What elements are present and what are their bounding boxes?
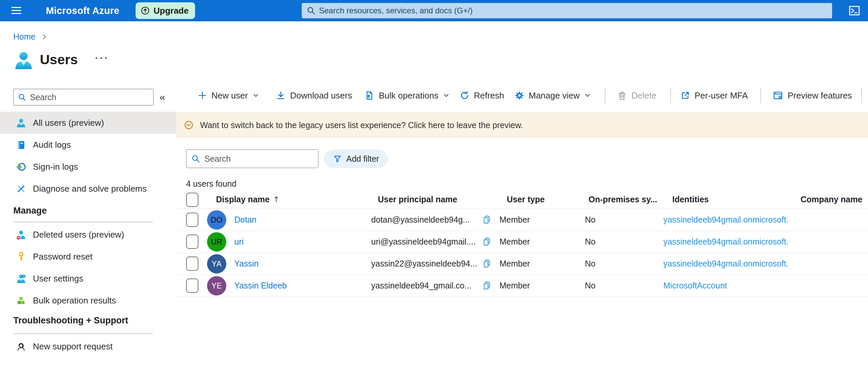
- sidebar-item-bulk-results[interactable]: Bulk operation results: [0, 289, 176, 311]
- hamburger-menu-icon[interactable]: [11, 7, 21, 14]
- preview-features-button[interactable]: Preview features: [773, 84, 852, 107]
- display-name-link[interactable]: Dotan: [234, 215, 256, 225]
- user-type-value: Member: [499, 237, 530, 247]
- bulk-operations-button[interactable]: Bulk operations: [364, 84, 448, 107]
- download-icon: [276, 90, 286, 101]
- display-name-link[interactable]: Yassin: [234, 259, 258, 269]
- row-checkbox[interactable]: [186, 256, 198, 271]
- sort-ascending-icon: ↑: [273, 195, 279, 204]
- toolbar-separator: [670, 88, 671, 103]
- identities-link[interactable]: MicrosoftAccount: [663, 281, 727, 290]
- avatar: YE: [207, 276, 226, 295]
- user-type-value: Member: [499, 215, 530, 225]
- trash-icon: [617, 90, 627, 101]
- table-row: YA Yassin yassin22@yassineldeeb94... Mem…: [176, 253, 868, 275]
- more-options-button[interactable]: ···: [95, 53, 109, 64]
- upgrade-label: Upgrade: [154, 6, 188, 16]
- divider: [13, 333, 153, 334]
- upgrade-arrow-icon: [140, 6, 150, 16]
- identities-link[interactable]: yassineldeeb94gmail.onmicrosoft.: [663, 259, 788, 269]
- global-search-bar: [302, 3, 832, 18]
- per-user-mfa-button[interactable]: Per-user MFA: [680, 84, 748, 107]
- deleted-user-icon: [16, 230, 26, 240]
- key-icon: [16, 252, 26, 262]
- sidebar-search-input[interactable]: [30, 89, 153, 105]
- column-header-display-name[interactable]: Display name↑: [216, 195, 279, 204]
- legacy-experience-banner[interactable]: Want to switch back to the legacy users …: [176, 112, 868, 138]
- on-premises-value: No: [585, 259, 595, 269]
- search-icon: [306, 6, 316, 15]
- refresh-button[interactable]: Refresh: [460, 84, 504, 107]
- sidebar-item-password-reset[interactable]: Password reset: [0, 246, 176, 268]
- copy-icon[interactable]: [482, 281, 492, 290]
- user-gear-icon: [16, 274, 26, 284]
- sidebar-item-audit-logs[interactable]: Audit logs: [0, 134, 176, 156]
- row-checkbox[interactable]: [186, 213, 198, 227]
- gear-icon: [515, 90, 524, 101]
- row-checkbox[interactable]: [186, 279, 198, 293]
- upn-value: uri@yassineldeeb94gmail....: [371, 237, 475, 247]
- column-header-on-premises[interactable]: On-premises sy...: [589, 195, 657, 204]
- avatar: UR: [207, 232, 226, 252]
- preview-features-icon: [773, 90, 783, 101]
- global-search-input[interactable]: [319, 3, 832, 18]
- bulk-operations-icon: [364, 90, 374, 101]
- breadcrumb-home-link[interactable]: Home: [13, 32, 36, 41]
- display-name-link[interactable]: Yassin Eldeeb: [234, 281, 287, 290]
- display-name-link[interactable]: uri: [234, 237, 244, 247]
- column-header-company-name[interactable]: Company name: [801, 195, 862, 204]
- sidebar-item-new-support-request[interactable]: New support request: [0, 335, 176, 357]
- page-title-row: Users ···: [13, 50, 109, 71]
- upn-value: yassin22@yassineldeeb94...: [371, 259, 477, 269]
- identities-link[interactable]: yassineldeeb94gmail.onmicrosoft.: [663, 237, 788, 247]
- sidebar-search-box: [13, 89, 154, 106]
- sidebar-item-signin-logs[interactable]: Sign-in logs: [0, 156, 176, 178]
- add-filter-button[interactable]: Add filter: [324, 149, 388, 168]
- upgrade-button[interactable]: Upgrade: [135, 2, 195, 19]
- refresh-icon: [460, 90, 470, 101]
- sidebar-item-deleted-users[interactable]: Deleted users (preview): [0, 224, 176, 246]
- column-header-upn[interactable]: User principal name: [378, 195, 457, 204]
- row-checkbox[interactable]: [186, 234, 198, 249]
- copy-icon[interactable]: [482, 236, 492, 247]
- search-icon: [18, 93, 27, 102]
- cloud-shell-icon[interactable]: [848, 4, 861, 17]
- add-filter-label: Add filter: [346, 154, 379, 164]
- breadcrumb: Home: [13, 31, 45, 42]
- toolbar-separator: [760, 88, 761, 103]
- sidebar-collapse-button[interactable]: «: [159, 90, 165, 105]
- cubes-icon: [16, 295, 26, 306]
- top-bar: Microsoft Azure Upgrade: [0, 0, 868, 21]
- sidebar-item-label: Password reset: [33, 252, 92, 262]
- chevron-down-icon: [585, 92, 590, 97]
- toolbar-separator: [605, 88, 606, 103]
- table-row: UR uri uri@yassineldeeb94gmail.... Membe…: [176, 231, 868, 253]
- sidebar-item-label: User settings: [33, 274, 84, 284]
- plus-icon: [198, 91, 207, 100]
- select-all-checkbox[interactable]: [186, 193, 198, 207]
- breadcrumb-chevron-icon: [40, 34, 46, 39]
- table-row: YE Yassin Eldeeb yassineldeeb94_gmail.co…: [176, 275, 868, 297]
- download-users-button[interactable]: Download users: [276, 84, 352, 107]
- sidebar-item-label: Sign-in logs: [33, 162, 78, 172]
- users-search-input[interactable]: [205, 150, 318, 168]
- identities-link[interactable]: yassineldeeb94gmail.onmicrosoft.: [663, 215, 788, 225]
- book-icon: [16, 140, 26, 150]
- column-header-identities[interactable]: Identities: [672, 195, 709, 204]
- sidebar-section-manage: Manage: [13, 206, 47, 216]
- funnel-icon: [333, 154, 342, 164]
- sidebar-item-user-settings[interactable]: User settings: [0, 268, 176, 289]
- sidebar-item-diagnose[interactable]: Diagnose and solve problems: [0, 178, 176, 200]
- headset-icon: [16, 341, 26, 352]
- copy-icon[interactable]: [482, 215, 492, 225]
- manage-view-button[interactable]: Manage view: [515, 84, 589, 107]
- avatar: YA: [207, 254, 226, 274]
- delete-button[interactable]: Delete: [617, 84, 656, 107]
- banner-text: Want to switch back to the legacy users …: [200, 112, 523, 138]
- column-header-user-type[interactable]: User type: [507, 195, 545, 204]
- copy-icon[interactable]: [482, 258, 492, 269]
- sidebar-item-all-users[interactable]: All users (preview): [0, 112, 176, 134]
- new-user-button[interactable]: New user: [198, 84, 257, 107]
- on-premises-value: No: [585, 237, 595, 247]
- sidebar-item-label: New support request: [33, 341, 113, 352]
